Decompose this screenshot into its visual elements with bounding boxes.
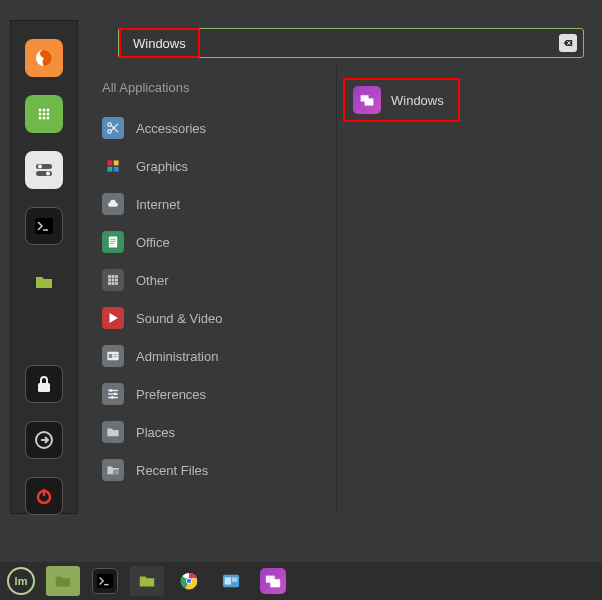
cloud-icon xyxy=(102,193,124,215)
category-places[interactable]: Places xyxy=(86,413,336,451)
sidebar-software-manager[interactable] xyxy=(23,95,65,133)
power-icon xyxy=(25,477,63,515)
mint-logo-icon: lm xyxy=(7,567,35,595)
backspace-icon xyxy=(562,37,574,49)
category-label: Places xyxy=(136,425,175,440)
category-label: Other xyxy=(136,273,169,288)
sidebar-lock[interactable] xyxy=(23,365,65,403)
category-preferences[interactable]: Preferences xyxy=(86,375,336,413)
taskbar-windows-app[interactable] xyxy=(256,566,290,596)
category-label: Internet xyxy=(136,197,180,212)
scissors-icon xyxy=(102,117,124,139)
taskbar-mint-menu[interactable]: lm xyxy=(4,566,38,596)
taskbar-terminal[interactable] xyxy=(88,566,122,596)
windows-icon xyxy=(353,86,381,114)
category-label: Graphics xyxy=(136,159,188,174)
results-list: Windows xyxy=(336,64,592,514)
start-menu: Windows All Applications Accessories Gra… xyxy=(10,20,592,514)
taskbar: lm xyxy=(0,562,602,600)
sidebar-system-settings[interactable] xyxy=(23,151,65,189)
search-highlight: Windows xyxy=(119,28,200,58)
category-sound-video[interactable]: Sound & Video xyxy=(86,299,336,337)
chrome-icon xyxy=(176,568,202,594)
taskbar-files[interactable] xyxy=(46,566,80,596)
folder-icon xyxy=(134,568,160,594)
sidebar-terminal[interactable] xyxy=(23,207,65,245)
folder-icon xyxy=(102,421,124,443)
sidebar-files[interactable] xyxy=(23,263,65,301)
search-value: Windows xyxy=(133,36,186,51)
sidebar-power[interactable] xyxy=(23,477,65,515)
play-icon xyxy=(102,307,124,329)
document-icon xyxy=(102,231,124,253)
category-label: Office xyxy=(136,235,170,250)
category-office[interactable]: Office xyxy=(86,223,336,261)
taskbar-chrome[interactable] xyxy=(172,566,206,596)
category-label: Recent Files xyxy=(136,463,208,478)
palette-icon xyxy=(102,155,124,177)
workspace-icon xyxy=(218,568,244,594)
terminal-icon xyxy=(25,207,63,245)
category-internet[interactable]: Internet xyxy=(86,185,336,223)
taskbar-files-2[interactable] xyxy=(130,566,164,596)
category-label: Accessories xyxy=(136,121,206,136)
terminal-icon xyxy=(92,568,118,594)
category-header[interactable]: All Applications xyxy=(86,72,336,109)
sliders-icon xyxy=(102,383,124,405)
category-label: Preferences xyxy=(136,387,206,402)
category-list: All Applications Accessories Graphics In… xyxy=(86,64,336,514)
category-accessories[interactable]: Accessories xyxy=(86,109,336,147)
menu-main: Windows All Applications Accessories Gra… xyxy=(78,20,592,514)
search-input[interactable]: Windows xyxy=(118,28,584,58)
result-label: Windows xyxy=(391,93,444,108)
category-label: Administration xyxy=(136,349,218,364)
sidebar-firefox[interactable] xyxy=(23,39,65,77)
favorites-sidebar xyxy=(10,20,78,514)
category-label: Sound & Video xyxy=(136,311,223,326)
folder-icon xyxy=(50,568,76,594)
category-graphics[interactable]: Graphics xyxy=(86,147,336,185)
grid-icon xyxy=(102,269,124,291)
software-manager-icon xyxy=(25,95,63,133)
id-card-icon xyxy=(102,345,124,367)
search-wrap: Windows xyxy=(78,20,592,64)
windows-icon xyxy=(260,568,286,594)
folder-icon xyxy=(25,263,63,301)
firefox-icon xyxy=(25,39,63,77)
category-administration[interactable]: Administration xyxy=(86,337,336,375)
taskbar-workspace[interactable] xyxy=(214,566,248,596)
folder-clock-icon xyxy=(102,459,124,481)
lock-icon xyxy=(25,365,63,403)
category-recent-files[interactable]: Recent Files xyxy=(86,451,336,489)
sidebar-logout[interactable] xyxy=(23,421,65,459)
system-settings-icon xyxy=(25,151,63,189)
result-windows-app[interactable]: Windows xyxy=(343,78,460,122)
logout-icon xyxy=(25,421,63,459)
category-other[interactable]: Other xyxy=(86,261,336,299)
search-clear-button[interactable] xyxy=(559,34,577,52)
